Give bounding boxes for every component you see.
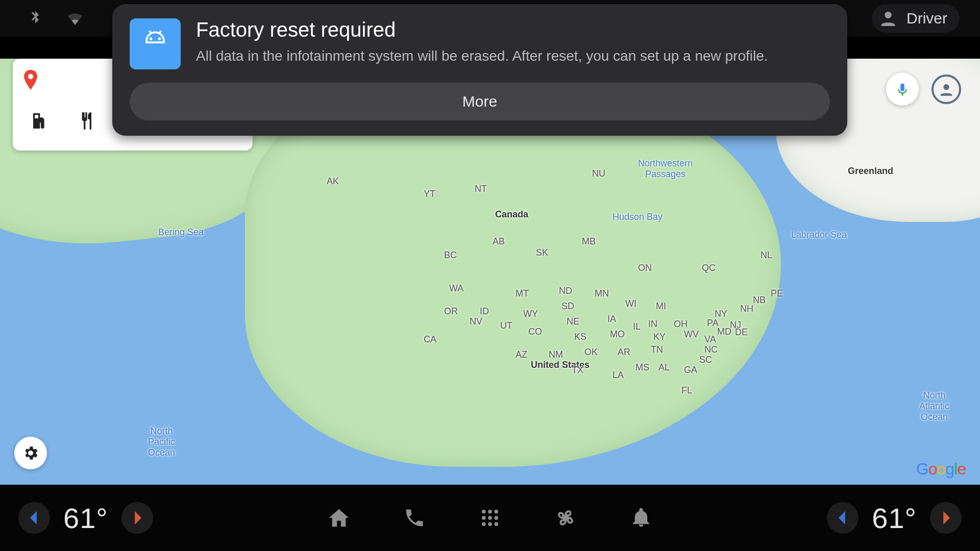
map-label: Greenland: [848, 166, 893, 177]
wifi-icon: [65, 9, 85, 28]
android-head-icon: [130, 18, 181, 69]
map-label: NB: [753, 295, 766, 306]
map-label: MS: [635, 362, 649, 373]
map-label: NU: [592, 168, 605, 179]
google-attribution: Google: [916, 460, 966, 479]
map-label: SD: [561, 301, 574, 312]
map-label: Northwestern Passages: [638, 158, 693, 180]
svg-point-10: [488, 516, 492, 520]
svg-point-3: [943, 84, 949, 90]
map-label: IN: [648, 319, 657, 330]
profile-chip[interactable]: Driver: [872, 4, 960, 33]
map-settings-button[interactable]: [14, 437, 47, 469]
system-bar: 61° 61°: [0, 485, 980, 551]
map-label: MO: [610, 329, 625, 340]
map-label: VA: [704, 334, 716, 345]
map-label: WA: [449, 283, 463, 294]
svg-point-8: [494, 510, 498, 514]
map-label: FL: [681, 385, 692, 396]
map-label: QC: [702, 263, 716, 273]
notifications-button[interactable]: [629, 506, 653, 530]
map-label: Canada: [495, 209, 528, 220]
svg-point-14: [494, 522, 498, 526]
map-label: LA: [612, 370, 624, 381]
map-label: NE: [567, 316, 579, 327]
map-label: DE: [735, 327, 748, 338]
map-label: GA: [684, 365, 697, 375]
google-maps-icon: [22, 70, 39, 94]
map-label: ON: [638, 263, 652, 273]
svg-point-4: [150, 37, 153, 40]
map-label: OK: [584, 347, 598, 358]
voice-search-button[interactable]: [886, 73, 919, 106]
left-temp-down-button[interactable]: [18, 502, 50, 534]
map-label: NL: [761, 250, 772, 261]
bluetooth-icon: [26, 9, 45, 28]
notification-body: All data in the infotainment system will…: [196, 46, 768, 66]
map-label: NM: [549, 349, 563, 360]
map-label: AZ: [516, 349, 527, 360]
map-label: OR: [444, 306, 458, 317]
apps-button[interactable]: [478, 506, 502, 530]
avatar-icon: [878, 8, 898, 29]
right-temp-value: 61°: [872, 502, 917, 535]
map-label: SC: [699, 355, 712, 365]
map-label: TX: [572, 365, 583, 375]
svg-point-1: [28, 74, 33, 79]
map-label: AL: [658, 362, 670, 373]
map-label: AK: [327, 176, 339, 187]
map-label: ID: [480, 306, 489, 317]
map-label: MI: [656, 301, 666, 312]
svg-rect-2: [35, 115, 38, 118]
map-label: ND: [559, 286, 572, 296]
svg-point-7: [488, 510, 492, 514]
left-temp-value: 61°: [63, 502, 108, 535]
map-label: WV: [684, 329, 699, 340]
svg-point-11: [494, 516, 498, 520]
map-label: AB: [493, 236, 505, 247]
map-label: North Pacific Ocean: [148, 426, 175, 458]
svg-point-13: [488, 522, 492, 526]
left-climate-group: 61°: [18, 502, 153, 535]
system-notification: Factory reset required All data in the i…: [112, 4, 847, 136]
phone-button[interactable]: [402, 506, 427, 530]
map-label: WY: [523, 309, 538, 319]
map-label: NH: [740, 304, 753, 314]
notification-title: Factory reset required: [196, 18, 768, 41]
svg-point-9: [482, 516, 486, 520]
gas-station-icon[interactable]: [27, 110, 50, 132]
map-label: CO: [528, 327, 542, 337]
map-label: NC: [704, 344, 718, 355]
map-label: IL: [633, 321, 641, 332]
map-label: CA: [424, 334, 436, 345]
hvac-fan-button[interactable]: [553, 506, 578, 530]
map-label: IA: [607, 314, 616, 324]
account-button[interactable]: [930, 73, 963, 106]
home-button[interactable]: [327, 506, 351, 530]
left-temp-up-button[interactable]: [121, 502, 153, 534]
map-label: KY: [653, 332, 666, 342]
map-label: WI: [625, 298, 636, 309]
map-label: KS: [574, 332, 586, 342]
map-label: PE: [771, 288, 783, 299]
map-label: NV: [470, 316, 482, 327]
notification-more-button[interactable]: More: [130, 83, 830, 120]
right-climate-group: 61°: [827, 502, 962, 535]
restaurant-icon[interactable]: [75, 110, 97, 132]
right-temp-down-button[interactable]: [827, 502, 859, 534]
profile-name: Driver: [906, 10, 947, 27]
person-circle-icon: [932, 74, 961, 104]
right-temp-up-button[interactable]: [930, 502, 962, 534]
map-label: UT: [500, 320, 512, 331]
map-label: Bering Sea: [158, 227, 204, 238]
map-label: Hudson Bay: [612, 212, 663, 222]
svg-point-12: [482, 522, 486, 526]
map-label: NT: [475, 184, 487, 194]
map-label: MT: [516, 288, 529, 299]
map-label: MD: [717, 327, 731, 337]
svg-point-0: [885, 12, 891, 18]
svg-point-5: [158, 37, 161, 40]
map-label: SK: [536, 247, 548, 258]
map-label: MN: [595, 288, 609, 299]
map-label: OH: [674, 319, 688, 330]
